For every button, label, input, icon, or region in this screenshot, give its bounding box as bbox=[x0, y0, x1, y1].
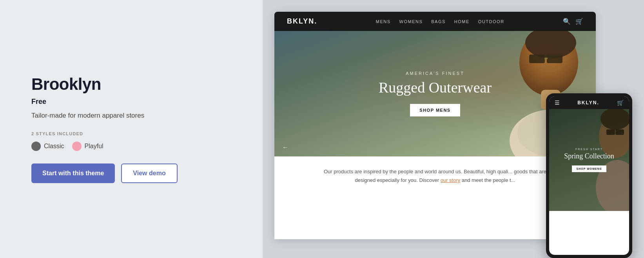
hero-content: AMERICA'S FINEST Rugged Outerwear SHOP M… bbox=[379, 71, 492, 116]
mobile-hero-cta-button[interactable]: SHOP WOMENS bbox=[572, 165, 607, 172]
store-logo: BKLYN. bbox=[287, 17, 317, 25]
style-options: Classic Playful bbox=[31, 142, 231, 151]
classic-dot bbox=[31, 142, 41, 151]
nav-mens[interactable]: MENS bbox=[376, 19, 391, 24]
mobile-preview: ☰ BKLYN. 🛒 FRESH START Spring Collection… bbox=[546, 93, 632, 258]
nav-bags[interactable]: BAGS bbox=[431, 19, 446, 24]
nav-home[interactable]: HOME bbox=[454, 19, 470, 24]
svg-rect-3 bbox=[547, 55, 562, 63]
theme-description: Tailor-made for modern apparel stores bbox=[31, 111, 231, 121]
style-classic[interactable]: Classic bbox=[31, 142, 64, 151]
svg-rect-11 bbox=[606, 129, 615, 135]
store-header: BKLYN. MENS WOMENS BAGS HOME OUTDOOR 🔍 🛒 bbox=[274, 12, 596, 31]
search-icon[interactable]: 🔍 bbox=[563, 18, 571, 25]
mobile-header: ☰ BKLYN. 🛒 bbox=[549, 96, 629, 109]
playful-label: Playful bbox=[85, 143, 103, 150]
store-nav-icons: 🔍 🛒 bbox=[563, 18, 583, 25]
hero-cta-button[interactable]: SHOP MENS bbox=[410, 104, 460, 116]
classic-label: Classic bbox=[44, 143, 64, 150]
hamburger-icon[interactable]: ☰ bbox=[555, 100, 560, 106]
mobile-hero: FRESH START Spring Collection SHOP WOMEN… bbox=[549, 109, 629, 211]
buttons-row: Start with this theme View demo bbox=[31, 164, 231, 183]
nav-outdoor[interactable]: OUTDOOR bbox=[478, 19, 504, 24]
styles-label: 2 STYLES INCLUDED bbox=[31, 131, 231, 136]
style-playful[interactable]: Playful bbox=[72, 142, 103, 151]
our-story-link[interactable]: our story bbox=[441, 177, 461, 183]
mobile-inner: ☰ BKLYN. 🛒 FRESH START Spring Collection… bbox=[549, 96, 629, 255]
mobile-cart-icon[interactable]: 🛒 bbox=[617, 100, 624, 106]
prev-arrow[interactable]: ← bbox=[282, 144, 288, 151]
playful-dot bbox=[72, 142, 82, 151]
cart-icon[interactable]: 🛒 bbox=[575, 18, 583, 25]
mobile-hero-content: FRESH START Spring Collection SHOP WOMEN… bbox=[560, 144, 618, 176]
theme-price: Free bbox=[31, 98, 231, 106]
hero-title: Rugged Outerwear bbox=[379, 79, 492, 96]
mobile-hero-subtitle: FRESH START bbox=[564, 148, 614, 151]
store-nav: MENS WOMENS BAGS HOME OUTDOOR bbox=[376, 19, 504, 24]
left-panel: Brooklyn Free Tailor-made for modern app… bbox=[0, 0, 263, 258]
mobile-hero-title: Spring Collection bbox=[564, 152, 614, 161]
start-theme-button[interactable]: Start with this theme bbox=[31, 164, 115, 183]
hero-subtitle: AMERICA'S FINEST bbox=[379, 71, 492, 76]
svg-rect-12 bbox=[615, 129, 624, 135]
nav-womens[interactable]: WOMENS bbox=[399, 19, 423, 24]
theme-title: Brooklyn bbox=[31, 75, 231, 94]
store-content-text: Our products are inspired by the people … bbox=[317, 167, 553, 185]
svg-rect-5 bbox=[544, 58, 548, 59]
view-demo-button[interactable]: View demo bbox=[121, 164, 177, 183]
mobile-logo: BKLYN. bbox=[577, 100, 599, 105]
svg-rect-2 bbox=[529, 55, 545, 63]
content-text-part2: and meet the people t... bbox=[462, 177, 515, 183]
right-panel: BKLYN. MENS WOMENS BAGS HOME OUTDOOR 🔍 🛒 bbox=[263, 0, 644, 258]
